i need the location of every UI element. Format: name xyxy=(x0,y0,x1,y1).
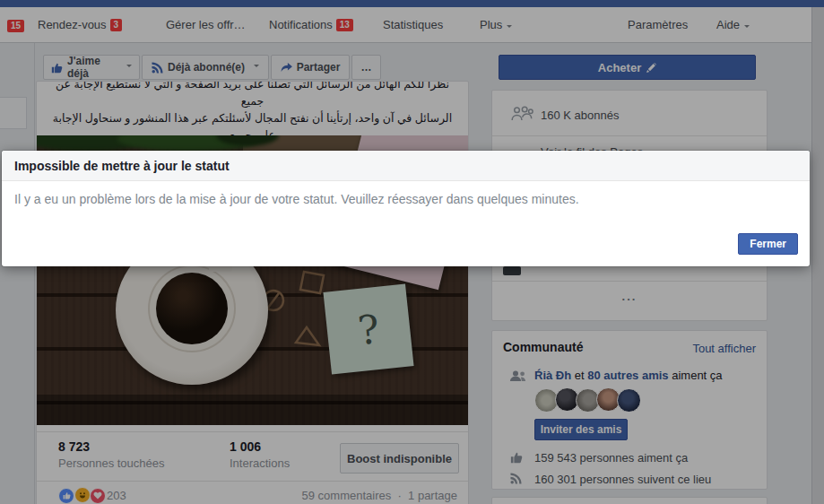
dialog-title: Impossible de mettre à jour le statut xyxy=(2,151,810,181)
close-dialog-button[interactable]: Fermer xyxy=(738,233,798,255)
facebook-page-admin-screen: 15 Rendez-vous3 Gérer les offr… Notifica… xyxy=(0,0,824,504)
dialog-message: Il y a eu un problème lors de la mise à … xyxy=(14,192,785,206)
status-error-dialog: Impossible de mettre à jour le statut Il… xyxy=(2,151,810,266)
